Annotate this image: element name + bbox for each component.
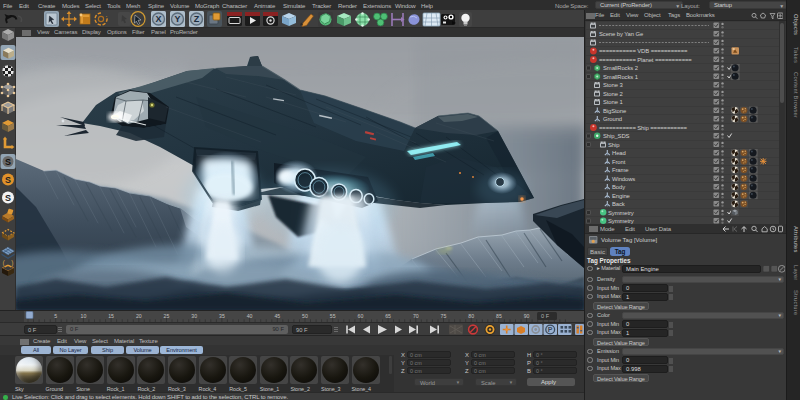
svg-text:55: 55 (330, 313, 336, 319)
svg-text:Back: Back (612, 201, 625, 207)
svg-text:S: S (5, 193, 11, 203)
svg-text:10: 10 (81, 313, 87, 319)
svg-text:75: 75 (441, 313, 447, 319)
svg-text:Body: Body (612, 184, 625, 190)
svg-text:X: X (155, 14, 161, 24)
svg-text:SmallRocks 1: SmallRocks 1 (603, 74, 638, 80)
svg-text:25: 25 (164, 313, 170, 319)
svg-text:Y: Y (174, 14, 180, 24)
svg-text:Stone 2: Stone 2 (603, 91, 623, 97)
svg-text:85: 85 (496, 313, 502, 319)
svg-text:=========== VDB ===========: =========== VDB =========== (599, 48, 688, 54)
svg-text:Ground: Ground (603, 116, 622, 122)
svg-text:70: 70 (413, 313, 419, 319)
svg-text:Z: Z (194, 14, 200, 24)
svg-text:=========== Ship ===========: =========== Ship =========== (599, 125, 688, 131)
svg-text:20: 20 (136, 313, 142, 319)
svg-text:Front: Front (612, 159, 626, 165)
svg-text:Stone 3: Stone 3 (603, 82, 623, 88)
svg-text:40: 40 (247, 313, 253, 319)
svg-text:P: P (548, 326, 553, 333)
svg-text:( ): ( ) (2, 259, 15, 267)
svg-text:SmallRocks 2: SmallRocks 2 (603, 65, 638, 71)
svg-text:Windows: Windows (612, 176, 635, 182)
svg-text:S: S (5, 175, 11, 185)
svg-text:0 F: 0 F (541, 313, 550, 319)
svg-text:80: 80 (468, 313, 474, 319)
svg-text:Stone 1: Stone 1 (603, 99, 623, 105)
svg-text:Frame: Frame (612, 167, 629, 173)
svg-text:65: 65 (385, 313, 391, 319)
svg-text:35: 35 (219, 313, 225, 319)
svg-text:45: 45 (274, 313, 280, 319)
svg-text:Head: Head (612, 150, 626, 156)
svg-text:Symmetry: Symmetry (608, 210, 634, 216)
svg-text:S: S (5, 157, 11, 167)
svg-text:15: 15 (108, 313, 114, 319)
svg-text:90: 90 (524, 313, 530, 319)
svg-text:30: 30 (191, 313, 197, 319)
svg-text:=========== Planet ===========: =========== Planet =========== (599, 57, 692, 63)
svg-text:5: 5 (54, 313, 57, 319)
svg-text:Scene by Yan Ge: Scene by Yan Ge (599, 31, 644, 37)
svg-text:Engine: Engine (612, 193, 631, 199)
svg-text:50: 50 (302, 313, 308, 319)
svg-text:Ship: Ship (608, 142, 620, 148)
svg-text:BigStone: BigStone (603, 108, 627, 114)
svg-text:Ship_SDS: Ship_SDS (603, 133, 630, 139)
svg-text:60: 60 (358, 313, 364, 319)
